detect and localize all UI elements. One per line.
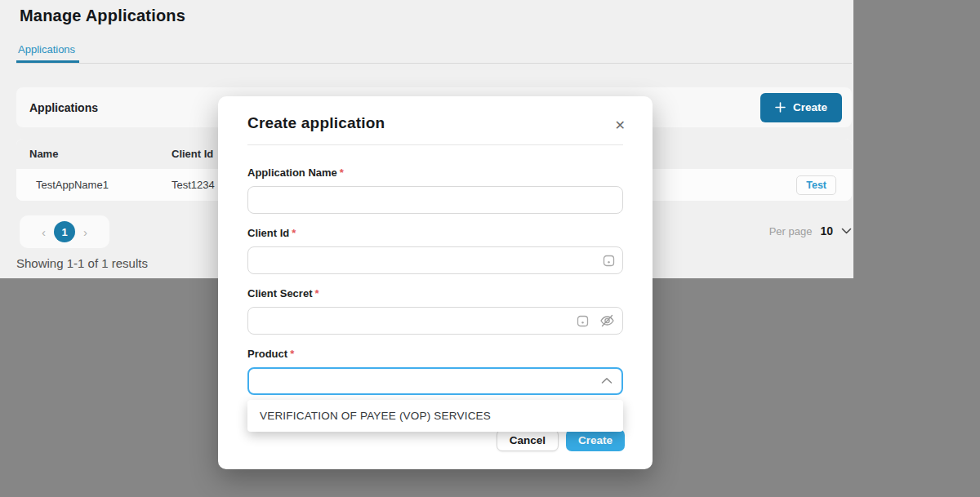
field-client-id: Client Id*	[247, 227, 623, 274]
tab-applications[interactable]: Applications	[18, 43, 75, 55]
autofill-icon[interactable]	[577, 315, 589, 327]
client-secret-label: Client Secret*	[247, 287, 623, 300]
panel-title: Applications	[29, 101, 98, 114]
product-select[interactable]	[247, 367, 623, 395]
page-title: Manage Applications	[20, 7, 185, 25]
dropdown-option-vop-services[interactable]: VERIFICATION OF PAYEE (VOP) SERVICES	[247, 400, 623, 432]
client-id-input[interactable]	[247, 246, 623, 274]
create-application-modal: Create application ✕ Application Name* C…	[218, 96, 653, 469]
field-client-secret: Client Secret*	[247, 287, 623, 335]
modal-header-divider	[247, 144, 623, 145]
eye-off-icon[interactable]	[599, 314, 615, 327]
cell-actions: Test	[796, 175, 852, 195]
plus-icon	[775, 102, 786, 113]
modal-create-button[interactable]: Create	[566, 429, 625, 451]
pagination-prev-icon[interactable]: ‹	[42, 226, 46, 238]
test-button[interactable]: Test	[796, 175, 836, 195]
required-asterisk: *	[290, 348, 294, 360]
results-summary: Showing 1-1 of 1 results	[16, 256, 148, 270]
required-asterisk: *	[292, 227, 296, 239]
modal-body: Application Name* Client Id* Client	[218, 166, 653, 395]
pagination-next-icon[interactable]: ›	[83, 226, 87, 238]
label-text: Product	[247, 348, 287, 360]
per-page-select[interactable]: Per page 10	[769, 224, 852, 237]
per-page-value: 10	[820, 224, 833, 237]
client-secret-input[interactable]	[247, 307, 623, 335]
application-name-label: Application Name*	[247, 166, 623, 179]
label-text: Client Secret	[247, 287, 312, 300]
pagination: ‹ 1 ›	[20, 215, 109, 248]
client-id-label: Client Id*	[247, 227, 623, 239]
modal-title: Create application	[247, 114, 623, 132]
product-dropdown: VERIFICATION OF PAYEE (VOP) SERVICES	[247, 400, 623, 432]
required-asterisk: *	[314, 287, 318, 300]
required-asterisk: *	[340, 166, 344, 179]
label-text: Client Id	[247, 227, 289, 239]
application-name-input[interactable]	[247, 186, 623, 214]
field-application-name: Application Name*	[247, 166, 623, 214]
cancel-button[interactable]: Cancel	[497, 429, 559, 451]
create-button-label: Create	[793, 101, 827, 113]
close-icon[interactable]: ✕	[615, 119, 626, 132]
product-label: Product*	[247, 348, 623, 360]
chevron-down-icon	[841, 228, 852, 234]
modal-footer: Cancel Create	[218, 429, 653, 469]
chevron-up-icon	[601, 377, 612, 384]
per-page-label: Per page	[769, 225, 813, 237]
modal-header: Create application ✕	[218, 96, 653, 144]
tab-bar-divider	[16, 63, 852, 64]
field-product: Product* VERIFICATION OF PAYEE (VOP) SER…	[247, 348, 623, 395]
pagination-page-1[interactable]: 1	[54, 221, 75, 242]
create-button[interactable]: Create	[760, 93, 842, 122]
label-text: Application Name	[247, 166, 337, 179]
autofill-icon[interactable]	[603, 255, 615, 267]
column-header-name: Name	[16, 148, 172, 160]
cell-name: TestAppName1	[16, 179, 172, 191]
